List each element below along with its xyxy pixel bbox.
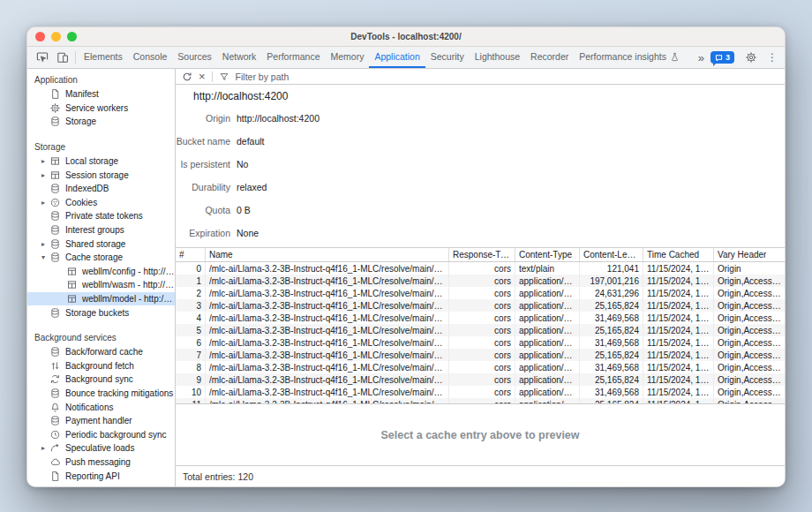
cell-value: Origin,Access… [718,289,781,298]
chevron-right-icon[interactable]: ▸ [38,444,49,452]
sidebar-item-back-forward-cache[interactable]: Back/forward cache [27,345,175,359]
tab-performance-insights[interactable]: Performance insights [574,47,685,68]
sidebar-item-storage-buckets[interactable]: Storage buckets [27,305,175,320]
clear-icon[interactable]: × [199,71,206,82]
chevron-down-icon[interactable]: ▾ [38,253,49,261]
inspect-element-icon[interactable] [32,47,52,68]
sidebar-item-bounce-tracking-mitigations[interactable]: Bounce tracking mitigations [27,387,175,401]
bell-icon [49,401,61,413]
settings-gear-icon[interactable] [741,51,761,64]
cell-value: 25,165,824 [595,301,639,311]
sidebar-item-payment-handler[interactable]: Payment handler [27,414,175,428]
column-header-name[interactable]: Name [206,248,449,261]
sidebar-section-storage: Storage▸Local storage▸Session storageInd… [27,139,175,320]
sidebar-item-manifest[interactable]: Manifest [27,87,175,102]
sidebar-item-webllm-model-http-loc[interactable]: webllm/model - http://loc… [27,292,175,306]
tab-label: Elements [84,51,123,62]
cache-entry-row[interactable]: 9/mlc-ai/Llama-3.2-3B-Instruct-q4f16_1-M… [176,373,785,386]
console-messages-badge[interactable]: 3 [710,51,734,64]
cell-value: Origin [718,264,741,274]
cell-value: cors [494,276,511,286]
tab-recorder[interactable]: Recorder [525,47,574,68]
cache-entry-row[interactable]: 1/mlc-ai/Llama-3.2-3B-Instruct-q4f16_1-M… [176,275,785,287]
cell-content-length: 31,469,568 [580,361,643,373]
sidebar-item-notifications[interactable]: Notifications [27,400,175,414]
tab-memory[interactable]: Memory [325,47,369,68]
cache-entry-row[interactable]: 0/mlc-ai/Llama-3.2-3B-Instruct-q4f16_1-M… [176,262,785,275]
cache-entry-row[interactable]: 6/mlc-ai/Llama-3.2-3B-Instruct-q4f16_1-M… [176,336,785,349]
sidebar-item-label: Speculative loads [65,443,175,453]
sidebar-item-session-storage[interactable]: ▸Session storage [27,168,175,182]
sidebar-item-label: Push messaging [65,457,175,467]
chevron-right-icon[interactable]: ▸ [38,199,49,207]
sidebar-item-shared-storage[interactable]: ▸Shared storage [27,237,175,251]
sidebar-item-background-sync[interactable]: Background sync [27,373,175,387]
close-window-button[interactable] [35,32,45,41]
cell-: 5 [176,324,206,336]
column-header-vary-header[interactable]: Vary Header [714,248,785,261]
column-header-content-length[interactable]: Content-Length [580,248,643,261]
cell-content-length: 31,469,568 [580,386,643,398]
cache-entry-row[interactable]: 3/mlc-ai/Llama-3.2-3B-Instruct-q4f16_1-M… [176,299,785,312]
column-header-time-cached[interactable]: Time Cached [643,248,714,261]
chevron-right-icon[interactable]: ▸ [38,171,49,179]
tab-elements[interactable]: Elements [79,47,128,68]
tab-console[interactable]: Console [128,47,173,68]
cell-value: cors [494,388,511,397]
sidebar-item-interest-groups[interactable]: Interest groups [27,223,175,237]
sidebar-item-service-workers[interactable]: Service workers [27,102,175,116]
cell-vary-header: Origin,Access… [714,336,785,349]
kebab-menu-icon[interactable]: ⋮ [767,52,778,63]
column-header-[interactable]: # [176,248,206,261]
minimize-window-button[interactable] [51,32,61,41]
column-header-label: # [179,250,184,260]
detail-row-quota: Quota0 B [176,199,785,222]
toolbar-divider [212,72,213,82]
cell-value: application/oc… [519,338,575,348]
cache-entry-row[interactable]: 2/mlc-ai/Llama-3.2-3B-Instruct-q4f16_1-M… [176,287,785,299]
table-header-row: #NameResponse-TypeContent-TypeContent-Le… [176,247,785,262]
sidebar-item-cache-storage[interactable]: ▾Cache storage [27,251,175,265]
tab-security[interactable]: Security [425,47,470,68]
tab-application[interactable]: Application [369,47,425,68]
cache-entry-row[interactable]: 10/mlc-ai/Llama-3.2-3B-Instruct-q4f16_1-… [176,386,785,398]
refresh-icon[interactable] [182,72,192,82]
sidebar-item-periodic-background-sync[interactable]: Periodic background sync [27,427,175,441]
cookie-icon [49,196,61,208]
table-icon [49,169,61,181]
sidebar-item-reporting-api[interactable]: Reporting API [27,469,175,483]
fullscreen-window-button[interactable] [67,32,77,41]
cell-value: Origin,Access… [718,388,781,397]
tab-sources[interactable]: Sources [172,47,217,68]
sidebar-item-local-storage[interactable]: ▸Local storage [27,154,175,169]
cell-value: 3 [196,301,201,311]
table-body: 0/mlc-ai/Llama-3.2-3B-Instruct-q4f16_1-M… [176,262,785,403]
experiment-flask-icon [670,52,680,62]
chevron-right-icon[interactable]: ▸ [38,157,49,165]
cell-value: /mlc-ai/Llama-3.2-3B-Instruct-q4f16_1-ML… [209,388,445,397]
sidebar-item-label: Local storage [65,156,175,166]
tab-performance[interactable]: Performance [261,47,325,68]
window-titlebar[interactable]: DevTools - localhost:4200/ [27,27,785,47]
column-header-response-type[interactable]: Response-Type [449,248,515,261]
sidebar-item-push-messaging[interactable]: Push messaging [27,456,175,470]
sidebar-item-background-fetch[interactable]: Background fetch [27,359,175,373]
filter-by-path-input[interactable] [236,70,368,83]
sidebar-item-cookies[interactable]: ▸Cookies [27,196,175,210]
cache-entry-row[interactable]: 7/mlc-ai/Llama-3.2-3B-Instruct-q4f16_1-M… [176,349,785,361]
chevron-right-icon[interactable]: ▸ [38,240,49,248]
column-header-content-type[interactable]: Content-Type [515,248,580,261]
sidebar-item-private-state-tokens[interactable]: Private state tokens [27,209,175,223]
sidebar-item-indexeddb[interactable]: IndexedDB [27,182,175,196]
cache-entry-row[interactable]: 8/mlc-ai/Llama-3.2-3B-Instruct-q4f16_1-M… [176,361,785,373]
sidebar-item-webllm-wasm-http-loca[interactable]: webllm/wasm - http://loca… [27,278,175,292]
more-tabs-icon[interactable]: » [698,52,704,64]
tab-network[interactable]: Network [217,47,262,68]
sidebar-item-storage[interactable]: Storage [27,115,175,129]
tab-lighthouse[interactable]: Lighthouse [470,47,525,68]
device-toolbar-icon[interactable] [52,47,72,68]
sidebar-item-speculative-loads[interactable]: ▸Speculative loads [27,441,175,456]
cache-entry-row[interactable]: 4/mlc-ai/Llama-3.2-3B-Instruct-q4f16_1-M… [176,312,785,324]
cache-entry-row[interactable]: 5/mlc-ai/Llama-3.2-3B-Instruct-q4f16_1-M… [176,324,785,336]
sidebar-item-webllm-config-http-loc[interactable]: webllm/config - http://loc… [27,265,175,279]
